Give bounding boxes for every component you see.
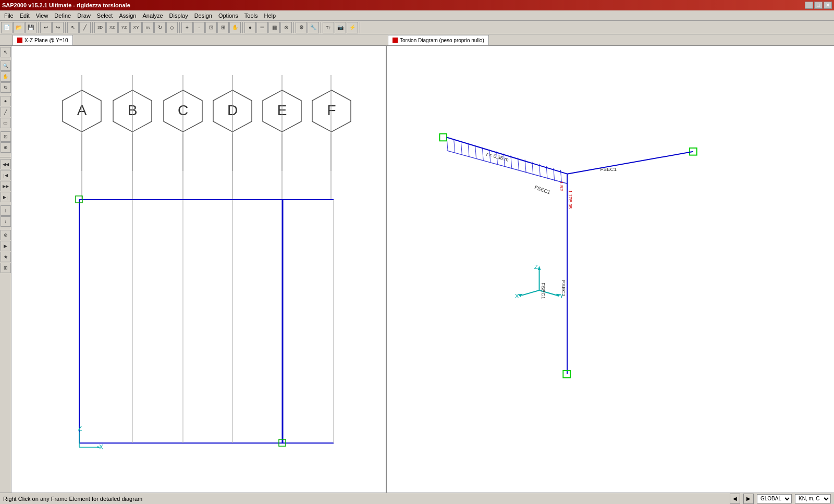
svg-rect-39 [387, 52, 834, 487]
status-bar: Right Click on any Frame Element for det… [0, 493, 834, 504]
lt-zoom-region[interactable]: 🔍 [1, 60, 11, 71]
tab-icon-right [393, 38, 398, 43]
menu-bar: File Edit View Define Draw Select Assign… [0, 10, 834, 21]
tab-right-label: Torsion Diagram (peso proprio nullo) [400, 38, 484, 43]
save-button[interactable]: 💾 [25, 22, 36, 33]
left-toolbar: ↖ 🔍 ✋ ↻ ● ╱ ▭ ⊡ ⊕ ◀◀ |◀ ▶▶ ▶| ↑ ↓ ⊗ ▶ ★ … [0, 46, 11, 493]
menu-edit[interactable]: Edit [17, 11, 33, 20]
svg-text:Z: Z [534, 263, 538, 270]
toolbar: 📄 📂 💾 ↩ ↪ ↖ ╱ 3D XZ YZ XY nv ↻ ◇ + - ⊡ ⊞… [0, 21, 834, 34]
nv-view-button[interactable]: nv [142, 22, 154, 33]
new-button[interactable]: 📄 [1, 22, 13, 33]
lt-next[interactable]: ▶▶ [1, 181, 11, 191]
svg-text:FSEC1: FSEC1 [541, 282, 546, 299]
section-cuts-button[interactable]: ⊗ [280, 22, 292, 33]
pointer-button[interactable]: ↖ [67, 22, 79, 33]
svg-text:F: F [327, 102, 336, 118]
menu-define[interactable]: Define [51, 11, 74, 20]
toolbar-text-group: T↑ 📷 ⚡ [323, 22, 360, 33]
title-bar: SAP2000 v15.2.1 Ultimate - rigidezza tor… [0, 0, 834, 10]
lt-draw-frame[interactable]: ╱ [1, 107, 11, 117]
label-value1: 1.52 [559, 181, 565, 191]
undo-button[interactable]: ↩ [40, 22, 52, 33]
lt-draw-joint[interactable]: ● [1, 96, 11, 106]
lt-run[interactable]: ▶ [1, 241, 11, 251]
label-fsec1-2: FSEC1 [600, 166, 617, 172]
left-viewport-svg: A B C D [11, 46, 386, 493]
lt-pan[interactable]: ✋ [1, 71, 11, 82]
lt-first[interactable]: |◀ [1, 170, 11, 180]
rotate-3d-button[interactable]: ↻ [154, 22, 166, 33]
toolbar-pointer-group: ↖ ╱ [67, 22, 93, 33]
menu-view[interactable]: View [33, 11, 52, 20]
svg-text:X: X [515, 292, 519, 299]
close-button[interactable]: ✕ [824, 2, 832, 9]
title-bar-controls: _ □ ✕ [805, 2, 832, 9]
camera-button[interactable]: 📷 [335, 22, 346, 33]
status-text: Right Click on any Frame Element for det… [3, 496, 142, 502]
zoom-in-button[interactable]: + [181, 22, 193, 33]
menu-select[interactable]: Select [94, 11, 116, 20]
perspective-button[interactable]: ◇ [166, 22, 178, 33]
show-shells-button[interactable]: ▦ [268, 22, 280, 33]
menu-tools[interactable]: Tools [241, 11, 261, 20]
menu-help[interactable]: Help [261, 11, 279, 20]
zoom-box-button[interactable]: ⊡ [205, 22, 217, 33]
lt-star[interactable]: ★ [1, 252, 11, 262]
yz-view-button[interactable]: YZ [118, 22, 130, 33]
3d-view-button[interactable]: 3D [94, 22, 106, 33]
maximize-button[interactable]: □ [814, 2, 823, 9]
increase-text-button[interactable]: T↑ [323, 22, 334, 33]
lt-move-up[interactable]: ↑ [1, 205, 11, 216]
zoom-out-button[interactable]: - [193, 22, 205, 33]
coord-system-dropdown[interactable]: GLOBAL LOCAL [757, 494, 792, 503]
toolbar-file-group: 📄 📂 💾 [1, 22, 39, 33]
quick-model-button[interactable]: ⚡ [347, 22, 358, 33]
svg-text:Z: Z [78, 425, 82, 432]
xy-view-button[interactable]: XY [130, 22, 142, 33]
draw-frame-button[interactable]: ╱ [79, 22, 91, 33]
lt-rotate[interactable]: ↻ [1, 82, 11, 93]
right-viewport[interactable]: r = 0.36 m 1.52 -1.17E-05 FSEC1 FSEC1 FS… [387, 46, 834, 493]
display-options-button[interactable]: 🔧 [308, 22, 319, 33]
viewports: A B C D [11, 46, 834, 493]
tab-icon-left [17, 38, 22, 43]
pan-button[interactable]: ✋ [229, 22, 241, 33]
toolbar-undo-group: ↩ ↪ [40, 22, 66, 33]
menu-options[interactable]: Options [215, 11, 241, 20]
menu-display[interactable]: Display [166, 11, 191, 20]
menu-assign[interactable]: Assign [116, 11, 139, 20]
units-dropdown[interactable]: KN, m, C N, mm, C kip, in, F [795, 494, 831, 503]
menu-file[interactable]: File [1, 11, 17, 20]
nav-next-button[interactable]: ▶ [743, 494, 754, 504]
open-button[interactable]: 📂 [13, 22, 24, 33]
tab-left-viewport[interactable]: X-Z Plane @ Y=10 [13, 35, 73, 45]
view-options-button[interactable]: ⚙ [296, 22, 307, 33]
menu-analyze[interactable]: Analyze [139, 11, 166, 20]
tab-right-viewport[interactable]: Torsion Diagram (peso proprio nullo) [388, 35, 489, 45]
lt-draw-area[interactable]: ▭ [1, 118, 11, 128]
menu-draw[interactable]: Draw [74, 11, 94, 20]
xz-view-button[interactable]: XZ [106, 22, 118, 33]
tab-left-label: X-Z Plane @ Y=10 [24, 38, 68, 43]
lt-move-down[interactable]: ↓ [1, 216, 11, 227]
show-joints-button[interactable]: ● [244, 22, 256, 33]
minimize-button[interactable]: _ [805, 2, 813, 9]
lt-pointer[interactable]: ↖ [1, 47, 11, 57]
lt-select[interactable]: ⊡ [1, 131, 11, 142]
lt-grid[interactable]: ⊞ [1, 263, 11, 273]
left-viewport[interactable]: A B C D [11, 46, 387, 493]
menu-design[interactable]: Design [191, 11, 215, 20]
zoom-full-button[interactable]: ⊞ [217, 22, 229, 33]
main-area: ↖ 🔍 ✋ ↻ ● ╱ ▭ ⊡ ⊕ ◀◀ |◀ ▶▶ ▶| ↑ ↓ ⊗ ▶ ★ … [0, 46, 834, 493]
toolbar-view-group: 3D XZ YZ XY nv ↻ ◇ [94, 22, 180, 33]
show-frames-button[interactable]: ═ [256, 22, 268, 33]
toolbar-options-group: ⚙ 🔧 [296, 22, 321, 33]
lt-intersect[interactable]: ⊕ [1, 142, 11, 153]
lt-assign[interactable]: ⊗ [1, 230, 11, 240]
redo-button[interactable]: ↪ [52, 22, 64, 33]
nav-prev-button[interactable]: ◀ [730, 494, 740, 504]
lt-last[interactable]: ▶| [1, 192, 11, 202]
label-value2: -1.17E-05 [568, 189, 573, 209]
lt-prev[interactable]: ◀◀ [1, 159, 11, 169]
